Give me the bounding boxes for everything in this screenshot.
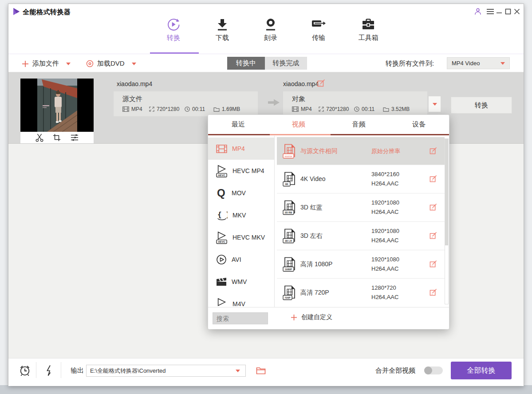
edit-preset-icon[interactable] bbox=[430, 232, 437, 239]
preset-name: 高清 1080P bbox=[300, 260, 332, 268]
format-item-mov[interactable]: Q MOV bbox=[208, 182, 274, 204]
convert-all-button[interactable]: 全部转换 bbox=[451, 362, 512, 379]
popup-tab-device[interactable]: 设备 bbox=[389, 115, 449, 134]
source-filename: xiaodao.mp4 bbox=[117, 80, 152, 87]
format-item-mkv[interactable]: { } MKV bbox=[208, 204, 274, 226]
thumbnail-toolbar bbox=[20, 132, 94, 143]
merge-videos-toggle[interactable] bbox=[424, 366, 443, 374]
nav-tab-convert[interactable]: 转换 bbox=[149, 17, 198, 43]
mp4-film-icon bbox=[216, 145, 227, 153]
plus-icon bbox=[22, 60, 29, 67]
app-title: 全能格式转换器 bbox=[23, 8, 71, 16]
crop-icon[interactable] bbox=[53, 134, 61, 142]
output-path-input[interactable] bbox=[86, 365, 246, 377]
popup-tab-audio[interactable]: 音频 bbox=[329, 115, 389, 134]
app-logo-icon bbox=[12, 7, 21, 16]
3d-lr-file-icon: 3D LR bbox=[283, 229, 296, 244]
popup-active-tab-underline bbox=[270, 134, 331, 135]
preset-scrollbar[interactable] bbox=[445, 138, 449, 304]
account-icon[interactable] bbox=[473, 7, 482, 16]
scrollbar-thumb[interactable] bbox=[445, 139, 448, 245]
film-icon bbox=[122, 106, 129, 112]
svg-text:4K: 4K bbox=[285, 182, 288, 185]
format-item-mp4[interactable]: MP4 bbox=[208, 138, 274, 160]
output-format-dropdown[interactable]: MP4 Video bbox=[447, 57, 510, 69]
popup-tab-recent[interactable]: 最近 bbox=[208, 115, 268, 134]
toggle-knob bbox=[424, 366, 432, 374]
create-custom-button[interactable]: 创建自定义 bbox=[291, 313, 332, 321]
preset-hd-1080p[interactable]: 1080P 高清 1080P 1920*1080 H264,AAC bbox=[277, 250, 445, 278]
high-speed-bolt-icon[interactable] bbox=[45, 365, 53, 376]
svg-text:3D RB: 3D RB bbox=[285, 211, 292, 214]
chevron-down-icon[interactable] bbox=[236, 370, 240, 372]
target-format: MP4 bbox=[292, 106, 312, 112]
schedule-alarm-icon[interactable] bbox=[19, 365, 31, 376]
minimize-button[interactable] bbox=[495, 7, 504, 16]
convert-all-label: 全部转换 bbox=[467, 366, 496, 375]
nav-label: 下载 bbox=[216, 34, 229, 42]
toolbox-icon bbox=[361, 17, 375, 32]
preset-hd-720p[interactable]: 720P 高清 720P 1280*720 H264,AAC bbox=[277, 278, 445, 307]
desktop-taskbar-strip bbox=[0, 385, 532, 394]
format-item-wmv[interactable]: WMV bbox=[208, 271, 274, 293]
preset-resolution: 3840*2160 bbox=[371, 171, 399, 177]
popup-tab-video[interactable]: 视频 bbox=[268, 115, 329, 134]
maximize-button[interactable] bbox=[504, 7, 512, 16]
format-item-avi[interactable]: AVI bbox=[208, 248, 274, 271]
source-resolution: 720*1280 bbox=[149, 106, 179, 112]
resize-icon bbox=[319, 106, 324, 112]
edit-preset-icon[interactable] bbox=[430, 260, 437, 268]
format-item-hevc-mp4[interactable]: HEVC HEVC MP4 bbox=[208, 160, 274, 182]
app-window: 全能格式转换器 转换 下载 刻录 bbox=[8, 4, 524, 386]
preset-codec: H264,AAC bbox=[371, 265, 398, 272]
nav-tab-download[interactable]: 下载 bbox=[198, 17, 247, 43]
play-circle-icon bbox=[216, 254, 227, 265]
popup-tab-baseline bbox=[208, 134, 449, 135]
download-icon bbox=[216, 17, 229, 32]
preset-name: 3D 左右 bbox=[300, 232, 323, 240]
edit-preset-icon[interactable] bbox=[430, 175, 437, 182]
edit-preset-icon[interactable] bbox=[430, 147, 437, 154]
edit-preset-icon[interactable] bbox=[430, 203, 437, 211]
add-file-button[interactable]: 添加文件 bbox=[22, 59, 71, 68]
preset-name: 4K Video bbox=[300, 175, 326, 182]
load-dvd-button[interactable]: 加载DVD bbox=[86, 59, 136, 68]
arrow-right-icon bbox=[268, 99, 280, 106]
format-item-hevc-mkv[interactable]: HEVC HEVC MKV bbox=[208, 226, 274, 248]
nav-label: 刻录 bbox=[264, 34, 277, 42]
rename-edit-icon[interactable] bbox=[317, 79, 325, 87]
m4v-play-icon bbox=[216, 298, 228, 307]
open-folder-icon[interactable] bbox=[256, 366, 266, 374]
hevc-play-icon: HEVC bbox=[216, 165, 228, 177]
effects-sliders-icon[interactable] bbox=[70, 134, 79, 142]
preset-3d-left-right[interactable]: 3D LR 3D 左右 1920*1080 H264,AAC bbox=[277, 221, 445, 250]
search-input[interactable] bbox=[213, 312, 268, 324]
preset-same-as-source[interactable]: source 与源文件相同 原始分辨率 bbox=[277, 137, 445, 165]
edit-preset-icon[interactable] bbox=[430, 288, 437, 296]
preset-3d-red-blue[interactable]: 3D RB 3D 红蓝 1920*1080 H264,AAC bbox=[277, 193, 445, 221]
bottom-bar: 输出 合并全部视频 全部转换 bbox=[8, 358, 524, 386]
chevron-down-icon bbox=[500, 62, 505, 65]
burn-disc-icon bbox=[264, 17, 277, 32]
trim-scissors-icon[interactable] bbox=[35, 133, 44, 142]
preset-4k-video[interactable]: 4K 4K Video 3840*2160 H264,AAC bbox=[277, 165, 445, 193]
close-button[interactable] bbox=[512, 7, 521, 16]
chevron-down-icon bbox=[433, 103, 437, 106]
tab-converted[interactable]: 转换完成 bbox=[265, 57, 307, 70]
convert-icon bbox=[166, 17, 181, 32]
clock-icon bbox=[185, 106, 190, 112]
convert-row-button[interactable]: 转换 bbox=[451, 97, 512, 114]
load-dvd-label: 加载DVD bbox=[97, 59, 125, 68]
video-thumbnail bbox=[20, 79, 94, 132]
clock-icon bbox=[354, 106, 359, 112]
target-format-dropdown-button[interactable] bbox=[428, 96, 441, 112]
tab-converting[interactable]: 转换中 bbox=[227, 57, 265, 70]
output-format-value: MP4 Video bbox=[452, 60, 500, 67]
nav-tab-toolbox[interactable]: 工具箱 bbox=[344, 17, 393, 43]
nav-tab-burn[interactable]: 刻录 bbox=[246, 17, 295, 43]
nav-tab-transfer[interactable]: 传输 bbox=[294, 17, 343, 43]
format-item-m4v[interactable]: M4V bbox=[208, 293, 274, 307]
nav-label: 转换 bbox=[167, 34, 180, 42]
preset-name: 3D 红蓝 bbox=[300, 204, 323, 212]
menu-icon[interactable] bbox=[486, 7, 495, 16]
